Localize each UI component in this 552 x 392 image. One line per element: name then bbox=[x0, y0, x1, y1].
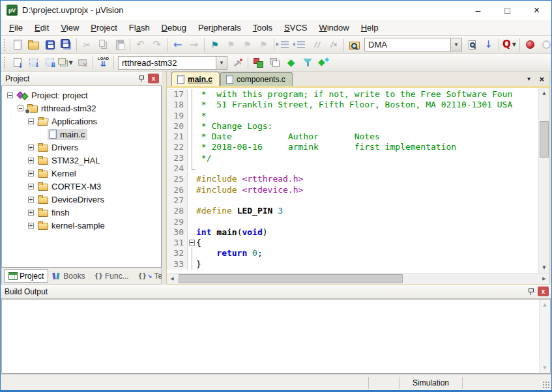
comment-button[interactable]: // bbox=[309, 37, 325, 53]
save-button[interactable] bbox=[42, 37, 58, 53]
select-packs-button[interactable] bbox=[299, 55, 315, 70]
menu-flash[interactable]: Flash bbox=[123, 21, 156, 35]
copy-button[interactable] bbox=[95, 37, 111, 53]
scroll-track[interactable] bbox=[177, 273, 539, 284]
download-button[interactable]: LOAD⇊ bbox=[95, 55, 111, 70]
tab-project[interactable]: Project bbox=[4, 269, 48, 283]
target-combo[interactable]: rtthread-stm32▼ bbox=[118, 56, 227, 70]
maximize-button[interactable]: □ bbox=[493, 1, 522, 20]
options-for-target-button[interactable] bbox=[229, 55, 246, 70]
collapse-icon[interactable] bbox=[18, 105, 23, 111]
new-file-button[interactable] bbox=[9, 37, 25, 53]
undo-button[interactable]: ↶ bbox=[132, 37, 149, 53]
expand-icon[interactable] bbox=[28, 158, 34, 163]
expand-icon[interactable] bbox=[28, 210, 34, 216]
save-all-button[interactable] bbox=[58, 37, 74, 53]
scroll-up-icon[interactable]: ▲ bbox=[540, 300, 550, 310]
find-in-files-button[interactable] bbox=[346, 37, 362, 53]
menu-svcs[interactable]: SVCS bbox=[278, 21, 313, 35]
search-combo-value[interactable]: DMA bbox=[364, 38, 450, 51]
tree-item-drivers[interactable]: Drivers bbox=[2, 141, 161, 154]
menu-edit[interactable]: Edit bbox=[29, 21, 55, 35]
outdent-button[interactable] bbox=[293, 37, 309, 53]
pin-icon[interactable] bbox=[528, 288, 534, 295]
navigate-back-button[interactable]: ← bbox=[169, 37, 186, 53]
cut-button[interactable]: ✂ bbox=[79, 37, 95, 53]
resize-grip[interactable] bbox=[543, 382, 550, 389]
pin-icon[interactable] bbox=[138, 75, 144, 82]
tree-item-kernel[interactable]: Kernel bbox=[2, 167, 161, 180]
bookmark-clear-button[interactable]: ⚑ bbox=[255, 37, 272, 53]
uvision-logo-icon[interactable]: µV bbox=[7, 5, 18, 16]
tab-list-icon[interactable]: ▼ bbox=[526, 76, 531, 82]
tab-functions[interactable]: {} Func... bbox=[91, 269, 133, 283]
batch-build-button[interactable]: ▼ bbox=[58, 55, 74, 70]
stop-build-button[interactable] bbox=[74, 55, 91, 70]
search-combo-dropdown-icon[interactable]: ▼ bbox=[450, 38, 462, 51]
bookmark-next-button[interactable]: ⚑ bbox=[239, 37, 255, 53]
tree-item-devicedrivers[interactable]: DeviceDrivers bbox=[2, 193, 161, 206]
expand-icon[interactable] bbox=[28, 223, 34, 229]
editor-vertical-scrollbar[interactable]: ▲ ▼ bbox=[538, 88, 549, 273]
rebuild-button[interactable] bbox=[42, 55, 58, 70]
expand-icon[interactable] bbox=[28, 145, 34, 150]
minimize-button[interactable]: – bbox=[463, 1, 493, 20]
scroll-thumb[interactable] bbox=[179, 274, 403, 283]
bookmark-prev-button[interactable]: ⚑ bbox=[223, 37, 239, 53]
menu-file[interactable]: File bbox=[3, 21, 29, 35]
lookup-button-dropdown-icon[interactable]: ▼ bbox=[512, 42, 516, 48]
project-panel-close-icon[interactable]: x bbox=[148, 74, 159, 83]
tree-item-cortex-m3[interactable]: CORTEX-M3 bbox=[2, 180, 161, 193]
paste-button[interactable] bbox=[111, 37, 128, 53]
multi-project-button[interactable] bbox=[267, 55, 283, 70]
target-combo-value[interactable]: rtthread-stm32 bbox=[118, 56, 216, 70]
uncomment-button[interactable]: /× bbox=[325, 37, 341, 53]
menu-help[interactable]: Help bbox=[355, 21, 385, 35]
scroll-track[interactable] bbox=[540, 310, 550, 363]
expand-icon[interactable] bbox=[28, 184, 34, 189]
find-button[interactable] bbox=[464, 37, 480, 53]
translate-button[interactable] bbox=[9, 55, 25, 70]
disable-breakpoint-button[interactable] bbox=[538, 37, 551, 53]
toolbar-grip[interactable] bbox=[4, 57, 7, 68]
editor-horizontal-scrollbar[interactable]: ◀ ▶ bbox=[167, 273, 549, 284]
tree-item-finsh[interactable]: finsh bbox=[2, 206, 161, 219]
redo-button[interactable]: ↷ bbox=[149, 37, 165, 53]
tab-books[interactable]: Books bbox=[48, 269, 89, 283]
expand-icon[interactable] bbox=[28, 197, 34, 203]
menu-debug[interactable]: Debug bbox=[156, 21, 192, 35]
manage-project-items-button[interactable] bbox=[250, 55, 267, 70]
search-combo[interactable]: DMA▼ bbox=[364, 38, 462, 51]
tree-item-rtthread-stm32[interactable]: rtthread-stm32 bbox=[2, 102, 161, 115]
tree-item-kernel-sample[interactable]: kernel-sample bbox=[2, 219, 161, 232]
menu-tools[interactable]: Tools bbox=[247, 21, 278, 35]
collapse-icon[interactable] bbox=[7, 92, 13, 98]
tree-item-applications[interactable]: Applications bbox=[2, 115, 161, 128]
tree-item-main-c[interactable]: main.c bbox=[2, 128, 161, 141]
scroll-right-icon[interactable]: ▶ bbox=[539, 273, 549, 284]
panel-splitter[interactable] bbox=[162, 72, 166, 285]
scroll-down-icon[interactable]: ▼ bbox=[540, 363, 550, 373]
build-output-content[interactable]: ▲ ▼ bbox=[1, 299, 551, 374]
build-output-scrollbar[interactable]: ▲ ▼ bbox=[539, 300, 550, 373]
open-file-button[interactable] bbox=[25, 37, 42, 53]
target-combo-dropdown-icon[interactable]: ▼ bbox=[216, 56, 227, 70]
close-button[interactable]: × bbox=[522, 1, 551, 20]
collapse-icon[interactable] bbox=[28, 119, 34, 124]
insert-breakpoint-button[interactable] bbox=[522, 37, 538, 53]
indent-button[interactable] bbox=[276, 37, 293, 53]
menu-peripherals[interactable]: Peripherals bbox=[192, 21, 247, 35]
bookmark-toggle-button[interactable]: ⚑ bbox=[207, 37, 223, 53]
expand-icon[interactable] bbox=[28, 171, 34, 176]
scroll-down-icon[interactable]: ▼ bbox=[539, 262, 549, 273]
toolbar-grip[interactable] bbox=[4, 39, 7, 51]
run-time-environment-button[interactable]: ◆ bbox=[283, 55, 299, 70]
tree-item-project-project[interactable]: Project: project bbox=[2, 89, 161, 102]
menu-window[interactable]: Window bbox=[313, 21, 355, 35]
scroll-thumb[interactable] bbox=[540, 121, 549, 157]
batch-build-button-dropdown-icon[interactable]: ▼ bbox=[68, 60, 72, 66]
menu-project[interactable]: Project bbox=[85, 21, 123, 35]
fold-collapse-icon[interactable] bbox=[189, 240, 195, 245]
menu-view[interactable]: View bbox=[55, 21, 85, 35]
tab-close-icon[interactable]: × bbox=[539, 75, 544, 83]
